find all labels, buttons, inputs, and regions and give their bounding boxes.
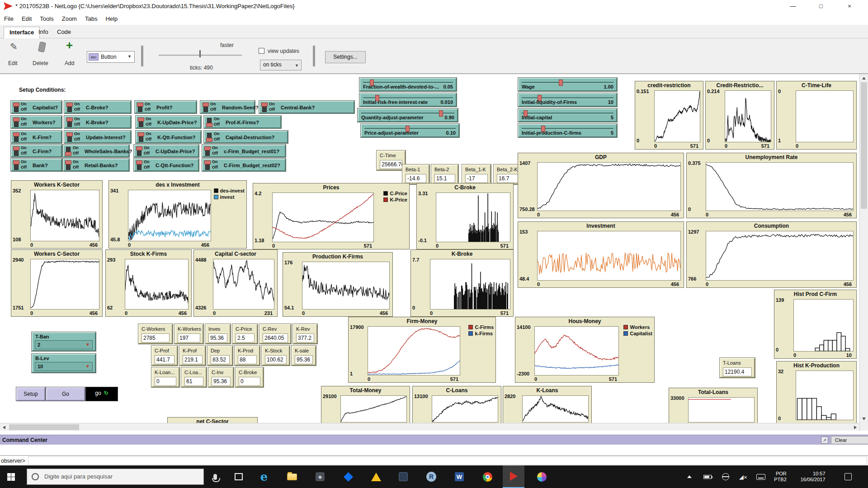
switch-capital-destruction[interactable]: OnOffCapital-Destruction? <box>204 131 288 143</box>
switch-random-seed[interactable]: OnOffRandom-Seed? <box>200 101 255 113</box>
notification-center-icon[interactable] <box>839 465 857 488</box>
menu-item-zoom[interactable]: Zoom <box>58 14 81 24</box>
battery-icon[interactable] <box>700 465 715 488</box>
switch-knob[interactable] <box>203 103 209 107</box>
switch-k-update-price[interactable]: OnOffK-UpDate-Price? <box>136 116 201 128</box>
switch-knob[interactable] <box>13 132 19 136</box>
r-icon[interactable]: R <box>420 465 442 488</box>
slider-initial-liquidity-of-firms[interactable]: Initial-liquidity-of-Firms10 <box>518 93 617 107</box>
slider-quantity-adjust-parameter[interactable]: Quantity-adjust-parameter0.90 <box>358 108 458 122</box>
switch-k-qtt-function[interactable]: OnOffK-Qtt-Function? <box>136 131 201 143</box>
taskbar-search-box[interactable]: Digite aqui para pesquisar <box>27 469 204 485</box>
switch-k-broke[interactable]: OnOffK-Broke? <box>64 116 131 128</box>
clock[interactable]: 10:5716/06/2017 <box>792 465 834 488</box>
slider-initial-production-c-firms[interactable]: Initial-production-C-firms5 <box>518 124 617 137</box>
menu-item-help[interactable]: Help <box>101 14 122 24</box>
tray-chevron-up-icon[interactable] <box>682 465 697 488</box>
widget-type-dropdown[interactable]: abc Button ▼ <box>87 51 135 63</box>
edge-icon[interactable]: e <box>253 465 275 488</box>
file-explorer-icon[interactable] <box>281 465 303 488</box>
switch-central-bank[interactable]: OnOffCentral-Bank? <box>259 101 354 113</box>
switch-c-firm-budget-rest02[interactable]: OnOffC-Firm_Budget_rest02? <box>202 159 286 171</box>
switch-knob[interactable] <box>13 160 19 164</box>
start-button[interactable] <box>0 465 22 488</box>
switch-knob[interactable] <box>138 117 144 122</box>
command-input[interactable] <box>28 456 867 465</box>
switch-update-interest[interactable]: OnOffUpdate-Interest? <box>64 131 131 143</box>
switch-knob[interactable] <box>137 103 143 107</box>
switch-knob[interactable] <box>136 160 142 164</box>
touch-keyboard-icon[interactable] <box>752 465 769 488</box>
delete-eraser-icon[interactable] <box>38 42 46 52</box>
slider-wage[interactable]: Wage1.00 <box>518 78 617 91</box>
slider-handle[interactable] <box>439 110 443 117</box>
switch-c-broke[interactable]: OnOffC-Broke? <box>64 101 131 113</box>
word-icon[interactable]: W <box>448 465 470 488</box>
delete-tool-label[interactable]: Delete <box>33 60 48 66</box>
tab-code[interactable]: Code <box>52 27 76 38</box>
edit-tool-label[interactable]: Edit <box>8 60 18 66</box>
switch-knob[interactable] <box>206 123 212 127</box>
task-view-icon[interactable] <box>228 465 250 488</box>
edit-pencil-icon[interactable]: ✎ <box>10 41 18 52</box>
app-icon-gray[interactable]: ◈ <box>309 465 331 488</box>
switch-knob[interactable] <box>65 160 71 164</box>
switch-k-firm[interactable]: OnOffK-Firm? <box>11 131 62 143</box>
app-icon-yellow[interactable] <box>365 465 387 488</box>
switch-knob[interactable] <box>261 103 268 107</box>
switch-c-firm[interactable]: OnOffC-Firm? <box>11 145 62 157</box>
tab-info[interactable]: Info <box>33 27 54 38</box>
volume-muted-icon[interactable]: ◢✕ <box>735 465 751 488</box>
language-indicator[interactable]: PORPTB2 <box>769 465 791 488</box>
scroll-right-icon[interactable] <box>854 426 857 429</box>
update-mode-dropdown[interactable]: on ticks ▼ <box>260 60 302 70</box>
close-button[interactable]: × <box>839 0 860 13</box>
slider-fraction-of-wealth[interactable]: Fraction-of-wealth-devoted-to-...0.05 <box>359 78 457 91</box>
switch-knob[interactable] <box>13 103 19 107</box>
slider-handle[interactable] <box>559 80 563 86</box>
button-go-forever[interactable]: go↻ <box>86 387 118 401</box>
microphone-icon[interactable] <box>204 465 226 488</box>
switch-capitalist[interactable]: OnOffCapitalist? <box>11 101 62 113</box>
switch-workers[interactable]: OnOffWorkers? <box>11 116 62 128</box>
chooser-value-box[interactable]: 2▼ <box>35 340 93 349</box>
switch-knob[interactable] <box>13 117 19 122</box>
app-icon-colorful[interactable] <box>531 465 552 488</box>
horizontal-scrollbar[interactable] <box>0 423 859 431</box>
slider-price-adjust-parameter[interactable]: Price-adjust-parameter0.10 <box>361 124 459 137</box>
command-center-expand-icon[interactable]: ↗ <box>821 436 828 444</box>
horizontal-scroll-thumb[interactable] <box>9 424 79 430</box>
scroll-up-icon[interactable] <box>862 77 866 80</box>
switch-c-update-price[interactable]: OnOffC-UpDate-Price? <box>134 145 199 157</box>
switch-knob[interactable] <box>206 138 212 142</box>
slider-initial-capital[interactable]: Initial-capital5 <box>518 108 617 122</box>
switch-knob[interactable] <box>138 132 144 136</box>
chooser-value-box[interactable]: 10▼ <box>35 362 93 371</box>
switch-wholesales-banks[interactable]: OnOffWholeSales-Banks? <box>63 145 129 157</box>
switch-knob[interactable] <box>204 160 211 164</box>
network-icon[interactable] <box>718 465 733 488</box>
button-go[interactable]: Go <box>46 387 85 401</box>
add-plus-icon[interactable]: + <box>66 38 73 52</box>
vertical-scrollbar[interactable] <box>859 74 868 431</box>
switch-profit[interactable]: OnOffProfit? <box>135 101 197 113</box>
add-tool-label[interactable]: Add <box>65 60 74 66</box>
button-setup[interactable]: Setup <box>16 387 45 401</box>
menu-item-file[interactable]: File <box>0 14 18 24</box>
command-center-clear-button[interactable]: Clear <box>831 436 868 444</box>
switch-prof-k-firms[interactable]: OnOffProf-K-Firms? <box>204 116 281 128</box>
chooser-t-ban[interactable]: T-Ban2▼ <box>32 332 96 351</box>
switch-knob[interactable] <box>66 132 73 136</box>
app-icon-dark[interactable] <box>392 465 414 488</box>
scroll-down-icon[interactable] <box>862 418 866 420</box>
switch-knob[interactable] <box>204 146 211 150</box>
switch-c-firm-budget-rest01[interactable]: OnOffc-Firm_Budget_rest01? <box>202 145 286 157</box>
chrome-icon[interactable] <box>476 465 498 488</box>
menu-item-edit[interactable]: Edit <box>18 14 36 24</box>
dropbox-icon[interactable] <box>337 465 359 488</box>
minimize-button[interactable]: — <box>783 0 803 13</box>
slider-initial-risk-free-interest-rate[interactable]: Initial-risk-free-interest-rate0.010 <box>359 93 457 107</box>
chooser-b-lev[interactable]: B-Lev10▼ <box>32 354 96 373</box>
settings-button[interactable]: Settings... <box>325 51 366 63</box>
vertical-scroll-thumb[interactable] <box>861 82 867 209</box>
